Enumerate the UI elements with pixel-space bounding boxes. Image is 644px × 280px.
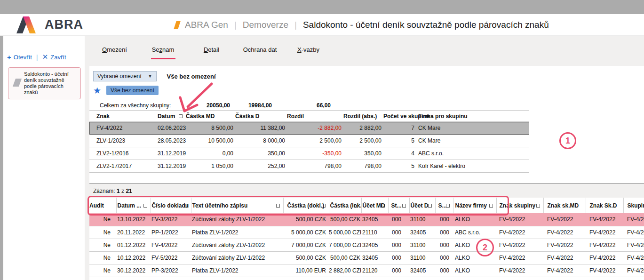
sort-checkbox[interactable] xyxy=(489,204,493,208)
groups-panel: Vybrané omezení ▼ Vše bez omezení ★ Vše … xyxy=(89,66,644,184)
abra-logo-icon xyxy=(16,16,41,33)
groups-table-row[interactable]: ZLV-1/2023 28.05.2023 10 500,00 8 000,00… xyxy=(89,135,529,147)
col-nazev-firmy[interactable]: Název firmy xyxy=(453,198,496,213)
brand-text: ABRA xyxy=(45,17,83,32)
tab-x-vazby[interactable]: X-vazby xyxy=(284,43,333,56)
col-audit[interactable]: Audit xyxy=(89,198,116,213)
col-datum[interactable]: Datum xyxy=(158,111,186,122)
col-znak[interactable]: Znak xyxy=(89,111,158,122)
col-cislo-dokladu[interactable]: Číslo dokladu xyxy=(151,198,191,213)
button-divider: | xyxy=(36,53,38,61)
tab-detail[interactable]: Detail xyxy=(187,43,236,56)
report-icon xyxy=(13,79,22,87)
app-header: ABRA ABRA Gen | Demoverze | Saldokonto -… xyxy=(0,14,644,36)
title-line: ABRA Gen | Demoverze | Saldokonto - účet… xyxy=(175,14,549,36)
groups-table-header: Znak Datum Částka MD Částka D Rozdíl Roz… xyxy=(89,111,529,122)
sidebar-item-label: Saldokonto - účetní deník souvztažně pod… xyxy=(24,71,78,96)
sort-checkbox[interactable] xyxy=(143,204,147,208)
restriction-dropdown-label: Vybrané omezení xyxy=(97,73,142,80)
selected-restriction-value: Vše bez omezení xyxy=(167,73,216,80)
groups-table-row[interactable]: ZLV2-1/2016 31.12.2019 0,00 350,00 -350,… xyxy=(89,147,529,160)
tab-omezeni[interactable]: Omezení xyxy=(90,43,139,56)
abra-logo: ABRA xyxy=(16,16,83,33)
window-top-bar xyxy=(0,0,644,14)
col-castka-md[interactable]: Částka MD xyxy=(186,111,235,122)
col-text-zapisu[interactable]: Text účetního zápisu xyxy=(191,198,283,213)
col-st[interactable]: St... xyxy=(388,198,409,213)
col-s[interactable]: S... xyxy=(435,198,453,213)
close-button[interactable]: ✕ Zavřít xyxy=(42,53,66,61)
journal-panel: Audit Datum ... Číslo dokladu Text účetn… xyxy=(89,198,644,280)
journal-table-row[interactable]: Ne 30.12.2022 PP-3/2022 Platba ZLV-1/202… xyxy=(89,264,644,277)
title-divider: | xyxy=(234,20,237,30)
close-icon: ✕ xyxy=(42,53,48,61)
sort-checkbox[interactable] xyxy=(402,204,406,208)
main-content: Omezení Seznam Detail Ochrana dat X-vazb… xyxy=(85,36,644,280)
open-button[interactable]: + Otevřít xyxy=(7,53,32,61)
col-castka-d[interactable]: Částka D xyxy=(235,111,287,122)
col-znak-sk-d[interactable]: Znak Sk.D xyxy=(586,198,623,213)
groups-summary-row: Celkem za všechny skupiny: 20050,00 1998… xyxy=(89,100,644,110)
plus-icon: + xyxy=(7,53,11,61)
sort-checkbox[interactable] xyxy=(536,204,540,208)
col-castka-dokl[interactable]: Částka (dokl.) xyxy=(283,198,329,213)
sidebar-item-saldokonto[interactable]: Saldokonto - účetní deník souvztažně pod… xyxy=(8,67,81,99)
record-counter: Záznam: 1 z 21 xyxy=(89,184,132,198)
journal-table-row[interactable]: Ne 01.12.2022 FV-4/2022 Zúčtování zálohy… xyxy=(89,239,644,251)
close-button-label: Zavřít xyxy=(50,54,66,61)
col-rozdil[interactable]: Rozdíl xyxy=(287,111,343,122)
record-total: 21 xyxy=(126,188,132,194)
tab-seznam[interactable]: Seznam xyxy=(139,43,187,56)
col-rozdil-abs[interactable]: Rozdíl (abs.) xyxy=(343,111,383,122)
journal-table: Audit Datum ... Číslo dokladu Text účetn… xyxy=(89,198,644,277)
app-window: ABRA ABRA Gen | Demoverze | Saldokonto -… xyxy=(0,0,644,280)
app-name: ABRA Gen xyxy=(185,20,228,30)
col-znak-sk-md[interactable]: Znak sk.MD xyxy=(543,198,586,213)
page-title: Saldokonto - účetní deník souvztažně pod… xyxy=(303,20,549,30)
sort-checkbox[interactable] xyxy=(179,114,183,118)
abra-gen-slash-icon xyxy=(174,21,181,29)
groups-table-row[interactable]: FV-4/2022 02.06.2023 8 500,00 11 382,00 … xyxy=(89,122,529,135)
open-button-label: Otevřít xyxy=(14,54,32,61)
record-current: 1 xyxy=(117,188,120,194)
col-firma[interactable]: Firma pro skupinu xyxy=(416,111,529,122)
summary-diff-total: 66,00 xyxy=(274,102,331,109)
journal-table-row[interactable]: Ne 13.10.2022 FV-3/2022 Zúčtování zálohy… xyxy=(89,213,644,226)
col-skupina-m[interactable]: Skupina M xyxy=(623,198,644,213)
chevron-down-icon: ▼ xyxy=(148,74,152,79)
summary-d-total: 19984,00 xyxy=(215,102,272,109)
col-znak-skupiny[interactable]: Znak skupiny xyxy=(496,198,543,213)
title-divider: | xyxy=(294,20,297,30)
tab-bar: Omezení Seznam Detail Ochrana dat X-vazb… xyxy=(90,43,333,56)
favorite-star-icon[interactable]: ★ xyxy=(93,86,101,95)
sort-checkbox[interactable] xyxy=(276,204,280,208)
tab-ochrana-dat[interactable]: Ochrana dat xyxy=(236,43,284,56)
environment-label: Demoverze xyxy=(243,20,288,30)
summary-label: Celkem za všechny skupiny: xyxy=(100,102,171,109)
journal-table-header: Audit Datum ... Číslo dokladu Text účetn… xyxy=(89,198,644,213)
restriction-dropdown[interactable]: Vybrané omezení ▼ xyxy=(93,71,157,81)
col-ucet-md[interactable]: Účet MD xyxy=(361,198,388,213)
sidebar: + Otevřít | ✕ Zavřít Saldokonto - účetní… xyxy=(3,36,85,280)
journal-table-row[interactable]: Ne 10.12.2022 FV-5/2022 Zúčtování zálohy… xyxy=(89,251,644,264)
col-pocet[interactable]: Počet ve skupině xyxy=(383,111,416,122)
groups-table: Znak Datum Částka MD Částka D Rozdíl Roz… xyxy=(89,110,529,173)
col-castka-lok[interactable]: Částka (lok.) xyxy=(329,198,361,213)
journal-table-row[interactable]: Ne 20.11.2022 PP-1/2022 Platba ZLV-1/202… xyxy=(89,226,644,239)
restriction-chip[interactable]: Vše bez omezení xyxy=(106,86,159,95)
col-ucet-d[interactable]: Účet D xyxy=(409,198,435,213)
col-datum[interactable]: Datum ... xyxy=(116,198,151,213)
groups-table-row[interactable]: ZLV2-17/2017 31.12.2019 1 050,00 252,00 … xyxy=(89,160,529,173)
